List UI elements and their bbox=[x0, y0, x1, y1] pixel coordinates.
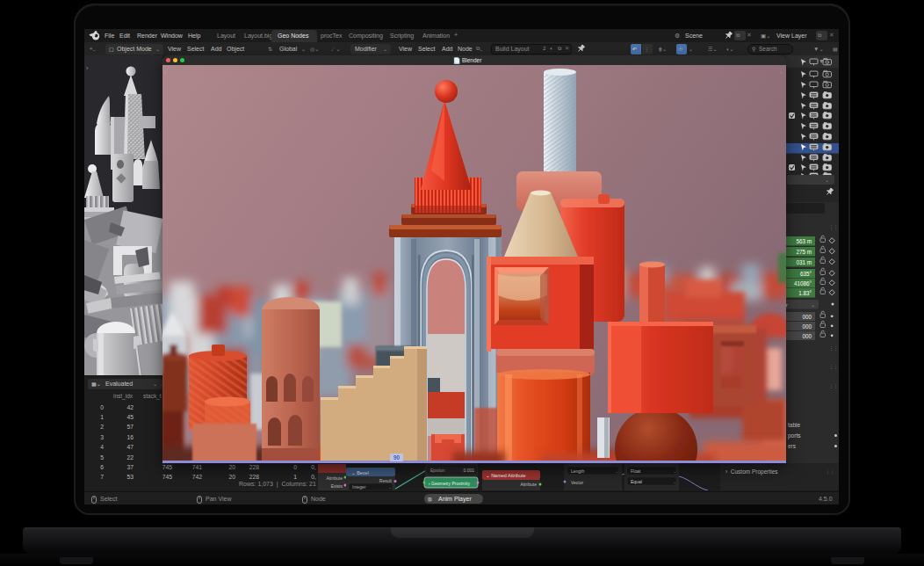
svg-text:1: 1 bbox=[293, 474, 297, 480]
svg-text:20: 20 bbox=[228, 464, 235, 470]
svg-text:4: 4 bbox=[100, 444, 104, 450]
svg-text:228: 228 bbox=[249, 474, 260, 480]
svg-text:745: 745 bbox=[162, 464, 173, 470]
svg-text:6: 6 bbox=[100, 464, 104, 470]
svg-text:Vector: Vector bbox=[571, 480, 584, 485]
svg-text:45: 45 bbox=[126, 414, 134, 420]
svg-text:⌄ Bevel: ⌄ Bevel bbox=[351, 470, 369, 475]
svg-text:⌄: ⌄ bbox=[388, 484, 392, 490]
svg-text:742: 742 bbox=[192, 474, 203, 480]
svg-text:3: 3 bbox=[100, 434, 104, 440]
svg-text:1: 1 bbox=[100, 414, 104, 420]
svg-text:57: 57 bbox=[126, 424, 134, 430]
svg-text:563 m: 563 m bbox=[796, 238, 812, 244]
svg-text:42: 42 bbox=[126, 404, 134, 410]
svg-text:741: 741 bbox=[192, 464, 203, 470]
svg-text:Length: Length bbox=[571, 468, 585, 474]
svg-text:53: 53 bbox=[126, 474, 134, 480]
svg-text:Integer: Integer bbox=[352, 484, 366, 490]
svg-text:5: 5 bbox=[100, 454, 104, 461]
svg-text:Epsilon: Epsilon bbox=[430, 468, 445, 473]
svg-text:⌄: ⌄ bbox=[673, 468, 676, 474]
svg-text:⌄ Named Attribute: ⌄ Named Attribute bbox=[486, 473, 526, 478]
svg-text:› Geometry Proximity: › Geometry Proximity bbox=[429, 481, 470, 486]
svg-text:41086°: 41086° bbox=[794, 280, 812, 287]
svg-text:⌄: ⌄ bbox=[673, 479, 676, 484]
svg-text:20: 20 bbox=[228, 474, 235, 480]
svg-text:000: 000 bbox=[802, 314, 812, 320]
svg-text:2: 2 bbox=[100, 424, 104, 430]
svg-text:⌄: ⌄ bbox=[811, 302, 815, 308]
svg-text:Float: Float bbox=[631, 468, 641, 474]
svg-text:⌄: ⌄ bbox=[615, 468, 618, 474]
svg-text:0,: 0, bbox=[311, 464, 316, 470]
svg-text:Attribute: Attribute bbox=[326, 475, 343, 481]
svg-text:228: 228 bbox=[249, 464, 260, 470]
svg-text:0: 0 bbox=[100, 404, 104, 410]
svg-text:37: 37 bbox=[126, 464, 134, 470]
svg-text:275 m: 275 m bbox=[796, 249, 812, 255]
svg-text:47: 47 bbox=[126, 444, 134, 450]
svg-text:Result: Result bbox=[379, 478, 393, 483]
svg-text:0: 0 bbox=[293, 464, 297, 470]
svg-text:0,: 0, bbox=[311, 474, 316, 480]
svg-text:031 m: 031 m bbox=[796, 259, 812, 265]
svg-text:745: 745 bbox=[162, 474, 173, 480]
svg-text:22: 22 bbox=[126, 454, 134, 461]
svg-text:000: 000 bbox=[802, 333, 812, 339]
svg-text:Equal: Equal bbox=[631, 479, 642, 484]
svg-text:Attribute: Attribute bbox=[520, 482, 537, 487]
svg-text:635°: 635° bbox=[800, 271, 812, 277]
svg-text:0.001: 0.001 bbox=[463, 468, 474, 473]
svg-text:16: 16 bbox=[126, 434, 134, 440]
svg-text:Exists: Exists bbox=[331, 483, 343, 489]
svg-text:1.83°: 1.83° bbox=[798, 290, 812, 296]
svg-text:000: 000 bbox=[802, 323, 812, 330]
svg-text:7: 7 bbox=[100, 474, 104, 480]
